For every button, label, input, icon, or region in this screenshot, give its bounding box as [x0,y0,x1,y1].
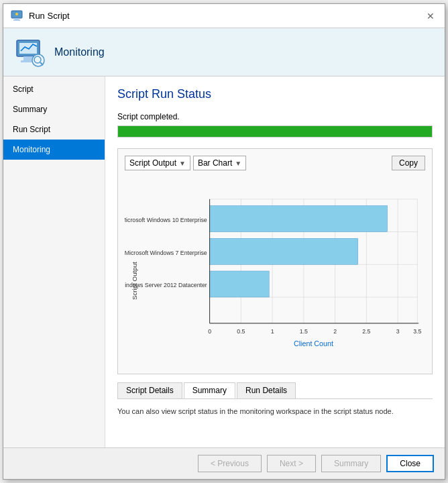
close-button[interactable]: Close [386,455,434,472]
sidebar: Script Summary Run Script Monitoring [3,76,105,447]
svg-text:2.5: 2.5 [362,328,370,335]
chart-svg: Script Output [125,177,425,365]
svg-text:1: 1 [271,328,274,335]
svg-text:0.5: 0.5 [237,328,245,335]
svg-rect-2 [13,19,20,21]
svg-rect-5 [23,56,33,61]
output-dropdown[interactable]: Script Output ▼ [125,156,190,170]
bar-label-server2012: Microsoft Windows Server 2012 Datacenter [125,282,207,288]
tabs-row: Script Details Summary Run Details [117,382,433,399]
title-bar: Run Script ✕ [3,4,445,28]
tab-run-details[interactable]: Run Details [237,382,296,398]
progress-bar-fill [118,126,432,137]
close-icon[interactable]: ✕ [423,9,438,23]
svg-text:3: 3 [396,328,400,335]
output-dropdown-label: Script Output [129,158,176,168]
previous-button[interactable]: < Previous [198,455,262,472]
bar-server2012 [210,271,270,297]
bar-win10 [210,206,388,232]
page-title: Script Run Status [117,87,433,101]
bar-label-win7: Microsoft Windows 7 Enterprise [125,250,207,256]
tab-note: You can also view script status in the m… [117,405,433,418]
summary-button[interactable]: Summary [321,455,381,472]
tab-summary[interactable]: Summary [184,382,235,398]
body-area: Script Summary Run Script Monitoring Scr… [3,76,445,447]
main-content: Script Run Status Script completed. Scri… [105,76,445,447]
sidebar-item-run-script[interactable]: Run Script [3,119,105,140]
chart-area: Script Output ▼ Bar Chart ▼ Copy Script … [117,148,433,374]
progress-bar-container [117,125,433,138]
type-dropdown-label: Bar Chart [198,158,232,168]
x-axis-label: Client Count [294,339,333,347]
output-dropdown-arrow: ▼ [179,160,186,167]
sidebar-item-script[interactable]: Script [3,79,105,99]
header-banner: Monitoring [3,28,445,76]
svg-point-3 [15,13,18,15]
next-button[interactable]: Next > [267,455,316,472]
bar-win7 [210,238,358,264]
tab-script-details[interactable]: Script Details [117,382,182,398]
type-dropdown[interactable]: Bar Chart ▼ [193,156,246,170]
dialog: Run Script ✕ Monitoring Script Summary R… [3,3,445,480]
sidebar-item-monitoring[interactable]: Monitoring [3,140,105,160]
svg-text:1.5: 1.5 [300,328,308,335]
dialog-title: Run Script [29,11,70,21]
status-text: Script completed. [117,112,433,121]
chart-toolbar: Script Output ▼ Bar Chart ▼ Copy [125,156,425,170]
type-dropdown-arrow: ▼ [235,160,241,167]
y-axis-label: Script Output [131,262,138,300]
bar-chart: Script Output [125,177,425,367]
run-script-icon [10,9,23,23]
monitoring-icon [14,36,46,68]
copy-button[interactable]: Copy [392,156,425,170]
svg-text:2: 2 [333,328,337,335]
svg-text:0: 0 [208,328,211,335]
bar-label-win10: Microsoft Windows 10 Enterprise [125,217,207,223]
footer: < Previous Next > Summary Close [3,447,445,479]
svg-text:3.5: 3.5 [413,328,421,335]
header-title: Monitoring [54,46,105,58]
sidebar-item-summary[interactable]: Summary [3,99,105,119]
